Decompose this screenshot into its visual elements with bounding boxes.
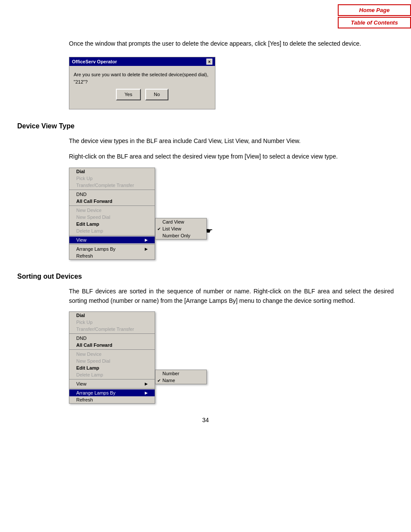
menu-arrangelampsby: Arrange Lamps By ▶ xyxy=(69,246,155,252)
device-view-type-section: Device View Type The device view types i… xyxy=(17,122,394,260)
dialog-titlebar: OfficeServ Operator × xyxy=(69,57,215,66)
dialog-message: Are you sure you want to delete the sele… xyxy=(74,71,211,85)
sort-menu-sep1 xyxy=(69,333,155,334)
table-of-contents-button[interactable]: Table of Contents xyxy=(338,17,411,28)
menu-refresh: Refresh xyxy=(69,252,155,259)
dialog-body: Are you sure you want to delete the sele… xyxy=(69,66,215,109)
home-page-button[interactable]: Home Page xyxy=(338,4,411,16)
menu-sep3 xyxy=(69,235,155,236)
sort-menu-sep3 xyxy=(69,379,155,380)
sort-menu-sep4 xyxy=(69,388,155,389)
sort-menu-pickup: Pick Up xyxy=(69,319,155,326)
submenu-cardview: Card View xyxy=(156,218,206,225)
dialog-title: OfficeServ Operator xyxy=(72,59,117,64)
menu-deletelamp: Delete Lamp xyxy=(69,227,155,234)
menu-sep2 xyxy=(69,205,155,206)
listview-check: ✔ xyxy=(157,227,161,231)
menu-newdevice: New Device xyxy=(69,207,155,214)
sort-menu-dial: Dial xyxy=(69,312,155,319)
sort-menu-arrange-arrow: ▶ xyxy=(145,391,148,395)
context-menu-view: Dial Pick Up Transfer/Complete Transfer … xyxy=(69,168,155,260)
sort-menu-editlamp: Edit Lamp xyxy=(69,364,155,371)
top-nav: Home Page Table of Contents xyxy=(338,4,411,28)
sort-submenu: Number ✔Name xyxy=(155,370,207,384)
sort-menu-arrange-label: Arrange Lamps By xyxy=(76,390,115,395)
submenu-numberonly: Number Only xyxy=(156,232,206,239)
device-view-type-heading: Device View Type xyxy=(17,122,394,130)
menu-editlamp: Edit Lamp xyxy=(69,221,155,227)
section1-para1: The device view types in the BLF area in… xyxy=(69,136,394,146)
sort-menu-view: View ▶ xyxy=(69,380,155,387)
section1-para2: Right-click on the BLF area and select t… xyxy=(69,152,394,161)
sort-menu-refresh: Refresh xyxy=(69,396,155,403)
menu-allcallforward: All Call Forward xyxy=(69,198,155,205)
menu-dial: Dial xyxy=(69,168,155,175)
sorting-devices-section: Sorting out Devices The BLF devices are … xyxy=(17,273,394,404)
sort-context-menu-screenshot: Dial Pick Up Transfer/Complete Transfer … xyxy=(69,311,211,404)
delete-dialog-screenshot: OfficeServ Operator × Are you sure you w… xyxy=(69,57,215,109)
submenu-number: Number xyxy=(156,370,206,377)
submenu-listview: ✔List View xyxy=(156,225,206,232)
menu-view-arrow: ▶ xyxy=(145,238,148,242)
menu-dnd: DND xyxy=(69,191,155,198)
sort-menu-dnd: DND xyxy=(69,335,155,342)
section2-para1: The BLF devices are sorted in the sequen… xyxy=(69,286,394,306)
context-menu-sort: Dial Pick Up Transfer/Complete Transfer … xyxy=(69,311,155,404)
main-content: Once the window that prompts the user to… xyxy=(0,0,411,441)
cursor-icon: ☛ xyxy=(206,226,213,236)
menu-sep4 xyxy=(69,244,155,245)
sort-menu-view-label: View xyxy=(76,381,87,386)
name-check: ✔ xyxy=(157,378,161,383)
yes-button[interactable]: Yes xyxy=(116,89,141,100)
sorting-devices-heading: Sorting out Devices xyxy=(17,273,394,280)
dialog-buttons: Yes No xyxy=(74,85,211,105)
dialog-close-button[interactable]: × xyxy=(206,59,212,65)
sort-menu-sep2 xyxy=(69,349,155,350)
no-button[interactable]: No xyxy=(145,89,168,100)
sort-menu-newdevice: New Device xyxy=(69,351,155,358)
sort-menu-view-arrow: ▶ xyxy=(145,382,148,386)
menu-transfer: Transfer/Complete Transfer xyxy=(69,182,155,189)
menu-view-label: View xyxy=(76,237,87,243)
intro-paragraph: Once the window that prompts the user to… xyxy=(69,39,394,48)
sort-menu-transfer: Transfer/Complete Transfer xyxy=(69,326,155,333)
view-submenu: Card View ✔List View Number Only xyxy=(155,218,207,240)
page-number: 34 xyxy=(17,417,394,423)
menu-arrange-arrow: ▶ xyxy=(145,247,148,251)
menu-sep1 xyxy=(69,190,155,190)
sort-menu-deletelamp: Delete Lamp xyxy=(69,371,155,378)
sort-menu-newspeeddial: New Speed Dial xyxy=(69,358,155,364)
sort-menu-arrangelampsby: Arrange Lamps By ▶ xyxy=(69,389,155,396)
menu-view: View ▶ xyxy=(69,236,155,243)
menu-pickup: Pick Up xyxy=(69,175,155,182)
submenu-name: ✔Name xyxy=(156,377,206,384)
menu-newspeeddial: New Speed Dial xyxy=(69,214,155,221)
menu-arrange-label: Arrange Lamps By xyxy=(76,246,115,252)
view-context-menu-screenshot: Dial Pick Up Transfer/Complete Transfer … xyxy=(69,168,211,260)
sort-menu-allcallforward: All Call Forward xyxy=(69,342,155,348)
